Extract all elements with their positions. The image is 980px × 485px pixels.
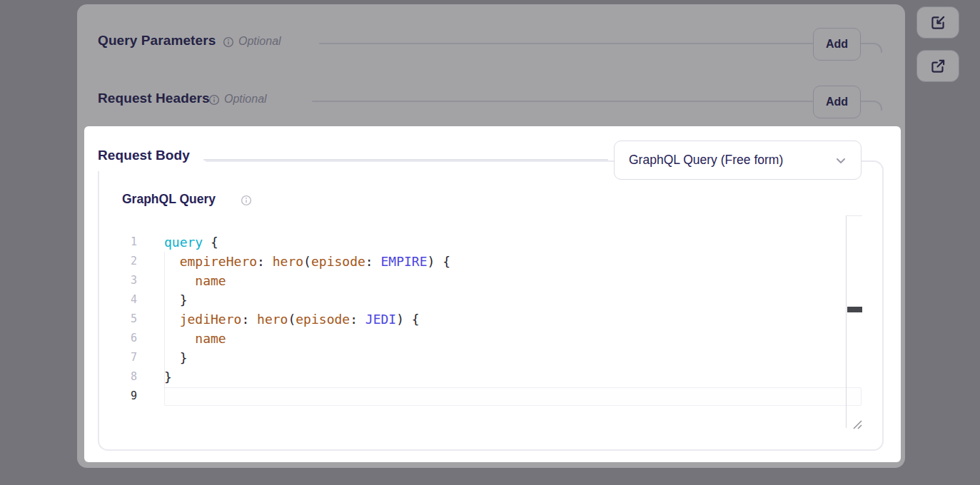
line-number: 1: [121, 233, 137, 252]
line-number: 6: [121, 329, 137, 348]
request-body-title: Request Body: [98, 148, 190, 163]
query-parameters-optional-label: Optional: [238, 35, 281, 48]
info-icon[interactable]: [223, 36, 234, 48]
divider: [203, 159, 608, 160]
scrollbar-thumb[interactable]: [847, 307, 862, 312]
body-type-selected-value: GraphQL Query (Free form): [629, 153, 834, 168]
code-text: }: [164, 290, 188, 310]
code-line: 9: [121, 387, 864, 406]
divider: [312, 101, 813, 102]
add-query-parameter-button[interactable]: Add: [813, 28, 861, 61]
divider-corner: [861, 101, 882, 111]
request-headers-optional-label: Optional: [224, 93, 267, 106]
code-text: }: [164, 348, 188, 367]
code-rows: 1query {2 empireHero: hero(episode: EMPI…: [121, 233, 864, 406]
code-line: 6 name: [121, 329, 864, 348]
editor-scrollbar[interactable]: [846, 215, 862, 428]
code-text: jediHero: hero(episode: JEDI) {: [164, 310, 420, 329]
line-number: 5: [121, 310, 137, 329]
query-parameters-title: Query Parameters: [98, 33, 216, 48]
screen: Query Parameters Optional Add Request He…: [0, 0, 980, 485]
line-number: 4: [121, 290, 137, 310]
body-type-select[interactable]: GraphQL Query (Free form): [614, 141, 862, 180]
code-line: 7 }: [121, 348, 864, 367]
code-text: query {: [164, 233, 218, 252]
code-line: 5 jediHero: hero(episode: JEDI) {: [121, 310, 864, 329]
arrow-import-icon: [929, 14, 947, 32]
divider: [319, 43, 813, 44]
request-headers-title: Request Headers: [98, 91, 210, 106]
code-line: 4 }: [121, 290, 864, 310]
code-line: 8}: [121, 367, 864, 387]
code-text: empireHero: hero(episode: EMPIRE) {: [164, 252, 450, 271]
divider-corner: [861, 43, 882, 53]
code-text: }: [164, 367, 172, 387]
open-external-button[interactable]: [916, 50, 959, 82]
info-icon[interactable]: [241, 195, 252, 206]
line-number: 7: [121, 348, 137, 367]
line-number: 8: [121, 367, 137, 387]
code-line: 1query {: [121, 233, 864, 252]
chevron-down-icon: [834, 153, 848, 168]
code-line: 2 empireHero: hero(episode: EMPIRE) {: [121, 252, 864, 271]
add-request-header-button[interactable]: Add: [813, 86, 861, 118]
code-line: 3 name: [121, 271, 864, 290]
collapse-import-button[interactable]: [916, 6, 959, 39]
resize-grip-icon[interactable]: [852, 419, 863, 430]
line-number: 3: [121, 271, 137, 290]
info-icon[interactable]: [208, 94, 220, 106]
graphql-query-label: GraphQL Query: [122, 192, 216, 207]
line-number: 2: [121, 252, 137, 271]
code-text: name: [164, 271, 226, 290]
external-link-icon: [929, 57, 947, 76]
line-number: 9: [121, 387, 137, 406]
graphql-query-editor[interactable]: 1query {2 empireHero: hero(episode: EMPI…: [121, 233, 864, 406]
code-text: name: [164, 329, 226, 348]
